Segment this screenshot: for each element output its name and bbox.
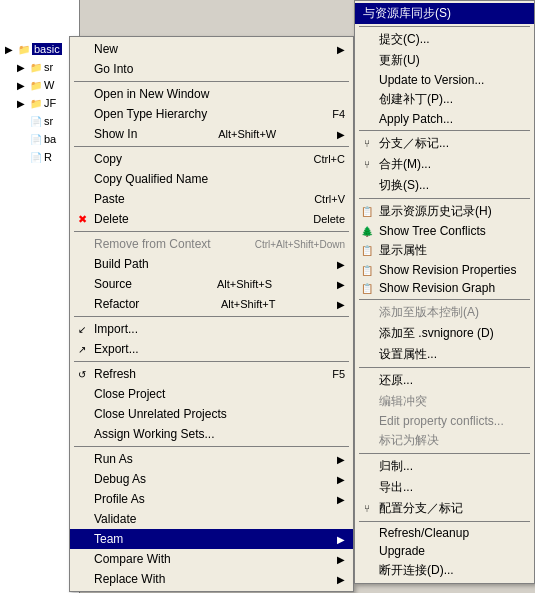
rev-graph-icon: 📋 <box>359 280 375 296</box>
menu-label-build-path: Build Path <box>94 257 149 271</box>
menu-item-config-branch[interactable]: ⑂ 配置分支／标记 <box>355 498 534 519</box>
menu-item-assign-working-sets[interactable]: Assign Working Sets... <box>70 424 353 444</box>
menu-item-open-new-window[interactable]: Open in New Window <box>70 84 353 104</box>
tree-item-sr2[interactable]: 📄 sr <box>0 112 79 130</box>
menu-label-profile-as: Profile As <box>94 492 145 506</box>
separator-4 <box>74 316 349 317</box>
right-separator-7 <box>359 521 530 522</box>
expand-icon-r <box>14 150 28 164</box>
menu-item-merge[interactable]: ⑂ 合并(M)... <box>355 154 534 175</box>
submenu-arrow-source: ▶ <box>337 279 345 290</box>
menu-item-build-path[interactable]: Build Path ▶ <box>70 254 353 274</box>
menu-item-replace-with[interactable]: Replace With ▶ <box>70 569 353 589</box>
tree-label-sr2: sr <box>44 115 53 127</box>
menu-item-sync[interactable]: 与资源库同步(S) <box>355 3 534 24</box>
menu-item-create-patch[interactable]: 创建补丁(P)... <box>355 89 534 110</box>
menu-label-add-to-vc: 添加至版本控制(A) <box>379 304 479 321</box>
right-separator-5 <box>359 367 530 368</box>
menu-item-branch-tag[interactable]: ⑂ 分支／标记... <box>355 133 534 154</box>
menu-item-team[interactable]: Team ▶ <box>70 529 353 549</box>
file-icon-r: 📄 <box>30 152 42 163</box>
tree-item-r[interactable]: 📄 R <box>0 148 79 166</box>
menu-item-commit[interactable]: 提交(C)... <box>355 29 534 50</box>
expand-icon-sr1: ▶ <box>14 60 28 74</box>
separator-3 <box>74 231 349 232</box>
menu-item-open-type-hierarchy[interactable]: Open Type Hierarchy F4 <box>70 104 353 124</box>
menu-item-show-props[interactable]: 📋 显示属性 <box>355 240 534 261</box>
shortcut-open-type-hierarchy: F4 <box>312 108 345 120</box>
menu-label-set-property: 设置属性... <box>379 346 437 363</box>
expand-icon-jf: ▶ <box>14 96 28 110</box>
menu-item-show-revision-graph[interactable]: 📋 Show Revision Graph <box>355 279 534 297</box>
tree-label-w: W <box>44 79 54 91</box>
menu-item-paste[interactable]: Paste Ctrl+V <box>70 189 353 209</box>
export-icon: ↗ <box>74 341 90 357</box>
menu-item-close-unrelated[interactable]: Close Unrelated Projects <box>70 404 353 424</box>
menu-label-source: Source <box>94 277 132 291</box>
menu-item-run-as[interactable]: Run As ▶ <box>70 449 353 469</box>
menu-item-add-to-svnignore[interactable]: 添加至 .svnignore (D) <box>355 323 534 344</box>
menu-label-team: Team <box>94 532 123 546</box>
menu-item-delete[interactable]: ✖ Delete Delete <box>70 209 353 229</box>
menu-item-copy[interactable]: Copy Ctrl+C <box>70 149 353 169</box>
tree-item-sr1[interactable]: ▶ 📁 sr <box>0 58 79 76</box>
menu-item-disconnect[interactable]: 断开连接(D)... <box>355 560 534 581</box>
menu-item-show-revision-props[interactable]: 📋 Show Revision Properties <box>355 261 534 279</box>
menu-label-add-to-svnignore: 添加至 .svnignore (D) <box>379 325 494 342</box>
menu-item-show-in[interactable]: Show In Alt+Shift+W ▶ <box>70 124 353 144</box>
menu-label-edit-property-conflicts: Edit property conflicts... <box>379 414 504 428</box>
menu-item-edit-property-conflicts: Edit property conflicts... <box>355 412 534 430</box>
expand-icon-w: ▶ <box>14 78 28 92</box>
menu-item-apply-patch[interactable]: Apply Patch... <box>355 110 534 128</box>
right-separator-3 <box>359 198 530 199</box>
menu-item-归制[interactable]: 归制... <box>355 456 534 477</box>
menu-item-go-into[interactable]: Go Into <box>70 59 353 79</box>
menu-item-profile-as[interactable]: Profile As ▶ <box>70 489 353 509</box>
menu-label-debug-as: Debug As <box>94 472 146 486</box>
submenu-arrow-show-in: ▶ <box>337 129 345 140</box>
menu-item-set-property[interactable]: 设置属性... <box>355 344 534 365</box>
import-icon: ↙ <box>74 321 90 337</box>
menu-item-switch[interactable]: 切换(S)... <box>355 175 534 196</box>
menu-item-upgrade[interactable]: Upgrade <box>355 542 534 560</box>
menu-item-update-to-version[interactable]: Update to Version... <box>355 71 534 89</box>
menu-item-show-tree-conflicts[interactable]: 🌲 Show Tree Conflicts <box>355 222 534 240</box>
menu-item-revert[interactable]: 还原... <box>355 370 534 391</box>
tree-item-ba[interactable]: 📄 ba <box>0 130 79 148</box>
menu-item-export[interactable]: ↗ Export... <box>70 339 353 359</box>
branch-icon: ⑂ <box>359 136 375 152</box>
menu-item-validate[interactable]: Validate <box>70 509 353 529</box>
menu-item-update[interactable]: 更新(U) <box>355 50 534 71</box>
menu-label-update: 更新(U) <box>379 52 420 69</box>
menu-label-switch: 切换(S)... <box>379 177 429 194</box>
menu-item-close-project[interactable]: Close Project <box>70 384 353 404</box>
menu-label-update-to-version: Update to Version... <box>379 73 484 87</box>
tree-item-jf[interactable]: ▶ 📁 JF <box>0 94 79 112</box>
menu-item-source[interactable]: Source Alt+Shift+S ▶ <box>70 274 353 294</box>
menu-label-assign-working-sets: Assign Working Sets... <box>94 427 215 441</box>
separator-1 <box>74 81 349 82</box>
menu-item-compare-with[interactable]: Compare With ▶ <box>70 549 353 569</box>
menu-item-refactor[interactable]: Refactor Alt+Shift+T ▶ <box>70 294 353 314</box>
menu-label-disconnect: 断开连接(D)... <box>379 562 454 579</box>
separator-6 <box>74 446 349 447</box>
menu-item-debug-as[interactable]: Debug As ▶ <box>70 469 353 489</box>
menu-item-export-svn[interactable]: 导出... <box>355 477 534 498</box>
menu-item-import[interactable]: ↙ Import... <box>70 319 353 339</box>
separator-5 <box>74 361 349 362</box>
menu-label-归制: 归制... <box>379 458 413 475</box>
menu-item-refresh[interactable]: ↺ Refresh F5 <box>70 364 353 384</box>
menu-item-new[interactable]: New ▶ <box>70 39 353 59</box>
tree-item-basic[interactable]: ▶ 📁 basic <box>0 40 79 58</box>
menu-label-show-revision-props: Show Revision Properties <box>379 263 516 277</box>
menu-label-mark-resolved: 标记为解决 <box>379 432 439 449</box>
menu-label-copy-qualified-name: Copy Qualified Name <box>94 172 208 186</box>
menu-item-show-history[interactable]: 📋 显示资源历史记录(H) <box>355 201 534 222</box>
history-icon: 📋 <box>359 204 375 220</box>
menu-label-export-svn: 导出... <box>379 479 413 496</box>
submenu-arrow-replace-with: ▶ <box>337 574 345 585</box>
menu-item-refresh-cleanup[interactable]: Refresh/Cleanup <box>355 524 534 542</box>
tree-label-jf: JF <box>44 97 56 109</box>
menu-item-copy-qualified-name[interactable]: Copy Qualified Name <box>70 169 353 189</box>
tree-item-w[interactable]: ▶ 📁 W <box>0 76 79 94</box>
